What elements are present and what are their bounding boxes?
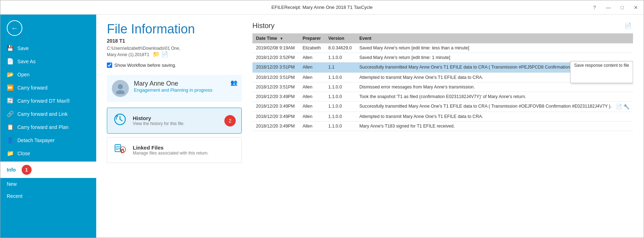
cell-preparer: Elizabeth [299, 43, 325, 53]
table-row[interactable]: 2018/12/20 3:49PMAllen1.1.0.0Took the sn… [252, 92, 633, 102]
cell-event: Mary Anne's T183 signed for T1 EFILE rec… [356, 121, 633, 131]
title-bar-controls: ? — □ ✕ [591, 4, 640, 11]
sidebar-item-close[interactable]: 📁 Close [0, 147, 96, 160]
document-icon[interactable]: 📄 [161, 51, 168, 57]
cell-preparer: Allen [299, 121, 325, 131]
page-title: File Information [107, 22, 242, 37]
save-as-icon: 📄 [7, 58, 14, 65]
folder-icon[interactable]: 📁 [153, 51, 160, 57]
table-row[interactable]: 2018/12/20 3:49PMAllen1.1.0.0Mary Anne's… [252, 121, 633, 131]
back-button[interactable]: ← [7, 20, 22, 36]
show-workflow-label: Show Workflow before saving. [114, 63, 176, 68]
event-text: Saved Mary Anne's return [edit time: les… [359, 45, 469, 50]
history-step-badge: 2 [224, 115, 236, 126]
sidebar-item-detach-taxpayer-label: Detach Taxpayer [17, 137, 55, 143]
sidebar-item-new[interactable]: New [0, 178, 96, 190]
cell-version: 1.1.0.0 [325, 102, 356, 112]
cell-datetime: 2018/12/20 3:49PM [252, 92, 299, 102]
taxpayer-card: Mary Anne One Engagement and Planning in… [107, 75, 242, 102]
cell-preparer: Allen [299, 112, 325, 121]
table-row[interactable]: 2018/12/20 3:49PMAllen1.1.0.0Attempted t… [252, 112, 633, 121]
left-panel: File Information 2018 T1 C:\Users\elizab… [107, 22, 242, 231]
maximize-button[interactable]: □ [619, 4, 626, 11]
sidebar-item-carry-forward-plan[interactable]: 📋 Carry forward and Plan [0, 120, 96, 134]
history-card-subtitle: View the history for this file. [133, 121, 185, 126]
cell-preparer: Allen [299, 53, 325, 63]
history-section-title: History [252, 22, 274, 30]
cell-event: Attempted to transmit Mary Anne One's T1… [356, 112, 633, 121]
sidebar-item-info[interactable]: Info 1 [0, 162, 96, 178]
save-icon[interactable]: 📄 [616, 104, 622, 109]
event-text: Saved Mary Anne's return [edit time: 1 m… [359, 55, 450, 60]
sidebar-item-save[interactable]: 💾 Save [0, 42, 96, 55]
minimize-button[interactable]: — [604, 4, 613, 11]
sidebar-item-save-as-label: Save As [17, 59, 36, 64]
sidebar-item-detach-taxpayer[interactable]: 👤 Detach Taxpayer [0, 134, 96, 147]
tooltip-save-response: Save response content to file [570, 61, 633, 83]
history-table-container[interactable]: Date Time ▼ Preparer Version Event 2019/… [252, 33, 633, 231]
new-label: New [7, 181, 17, 187]
close-file-icon: 📁 [7, 150, 14, 157]
close-button[interactable]: ✕ [632, 4, 640, 11]
sidebar-item-save-as[interactable]: 📄 Save As [0, 55, 96, 68]
show-workflow-checkbox[interactable] [107, 63, 112, 68]
file-path: C:\Users\elizabeth\Downloads\01 One,Mary… [107, 46, 242, 58]
settings-icon[interactable]: 🔧 [623, 104, 629, 109]
cell-datetime: 2018/12/20 3:51PM [252, 73, 299, 82]
sidebar-item-recent[interactable]: Recent [0, 190, 96, 202]
open-icon: 📂 [7, 71, 14, 78]
table-row[interactable]: 2018/12/20 3:49PMAllen1.1.0.0Successfull… [252, 102, 633, 112]
sidebar-item-carry-forward[interactable]: ⏩ Carry forward [0, 81, 96, 94]
cell-datetime: 2018/12/20 3:51PM [252, 82, 299, 92]
sidebar-item-carry-forward-label: Carry forward [17, 85, 48, 91]
cell-preparer: Allen [299, 92, 325, 102]
col-version: Version [325, 33, 356, 43]
show-workflow-row: Show Workflow before saving. [107, 63, 242, 68]
svg-point-1 [116, 90, 125, 94]
event-text: Attempted to transmit Mary Anne One's T1… [359, 114, 483, 119]
action-card-history[interactable]: History View the history for this file. … [107, 108, 242, 134]
cell-version: 1.1.0.0 [325, 92, 356, 102]
cell-datetime: 2019/02/08 9:19AM [252, 43, 299, 53]
sidebar-item-open[interactable]: 📂 Open [0, 68, 96, 81]
taxpayer-avatar [112, 80, 129, 97]
event-text: Successfully transmitted Mary Anne One's… [359, 104, 612, 109]
cell-datetime: 2018/12/20 3:49PM [252, 121, 299, 131]
info-badge: 1 [22, 165, 32, 175]
taxpayer-edit-icon[interactable]: 👥 [230, 79, 238, 86]
history-card-title: History [133, 115, 185, 121]
file-path-text: C:\Users\elizabeth\Downloads\01 One,Mary… [107, 46, 180, 57]
cell-datetime: 2018/12/20 3:49PM [252, 112, 299, 121]
history-table: Date Time ▼ Preparer Version Event 2019/… [252, 33, 633, 131]
content-inner: File Information 2018 T1 C:\Users\elizab… [96, 15, 644, 238]
cell-event: Dismissed error messages from Mary Anne'… [356, 82, 633, 92]
help-button[interactable]: ? [591, 4, 598, 11]
event-text: Took the snapshot 'T1 as filed (confirma… [359, 94, 526, 99]
sidebar-back: ← [0, 15, 96, 42]
event-text: Mary Anne's T183 signed for T1 EFILE rec… [359, 124, 455, 129]
col-event: Event [356, 33, 633, 43]
cell-preparer: Allen [299, 73, 325, 82]
history-table-body: 2019/02/08 9:19AMElizabeth8.0.34629.0Sav… [252, 43, 633, 131]
action-card-linked-files[interactable]: D Linked Files Manage files a [107, 137, 242, 163]
linked-files-card-subtitle: Manage files associated with this return… [133, 151, 208, 156]
cell-version: 1.1.0.0 [325, 82, 356, 92]
table-row[interactable]: 2018/12/20 3:51PMAllen1.1.0.0Dismissed e… [252, 82, 633, 92]
info-label: Info [7, 167, 16, 173]
cell-event: Took the snapshot 'T1 as filed (confirma… [356, 92, 633, 102]
sidebar-item-carry-forward-link-label: Carry forward and Link [17, 111, 68, 117]
detach-taxpayer-icon: 👤 [7, 137, 14, 144]
table-row[interactable]: 2019/02/08 9:19AMElizabeth8.0.34629.0Sav… [252, 43, 633, 53]
main-layout: ← 💾 Save 📄 Save As 📂 Open ⏩ Car [0, 15, 644, 238]
history-card-text: History View the history for this file. [133, 115, 185, 126]
linked-files-card-text: Linked Files Manage files associated wit… [133, 145, 208, 156]
cell-datetime: 2018/12/20 3:51PM [252, 63, 299, 73]
sidebar-item-carry-forward-link[interactable]: 🔗 Carry forward and Link [0, 107, 96, 120]
sort-arrow-icon[interactable]: ▼ [280, 37, 283, 40]
person-icon [115, 83, 126, 94]
table-row[interactable]: 2018/12/20 3:51PMAllen1.1Successfully tr… [252, 63, 633, 73]
history-export-icon[interactable]: 📄 [623, 22, 633, 30]
sidebar-item-carry-forward-dtmax[interactable]: 🔄 Carry forward DT Max® [0, 94, 96, 107]
row-action-icons: 📄🔧 [616, 104, 629, 109]
taxpayer-status: Engagement and Planning in progress [134, 87, 237, 93]
